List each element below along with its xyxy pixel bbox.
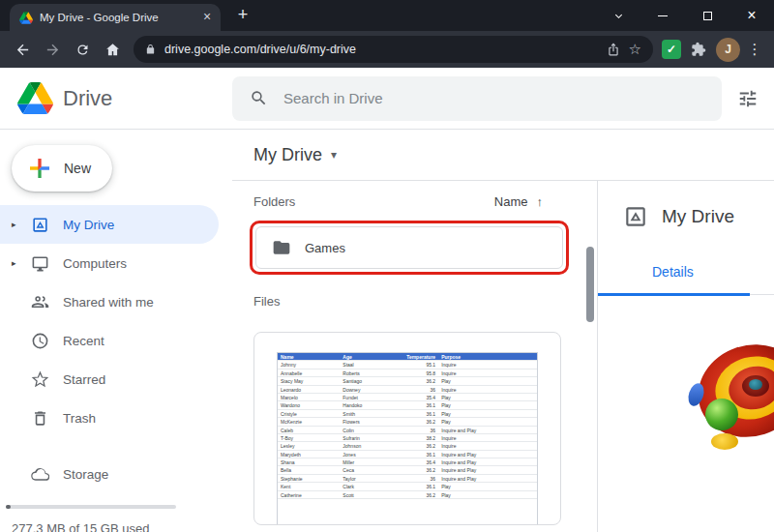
sidebar-item-label: My Drive [63, 218, 114, 232]
bookmark-star-icon[interactable]: ☆ [629, 41, 641, 58]
expand-arrow-icon[interactable]: ▸ [12, 220, 27, 229]
sidebar-item-label: Trash [63, 411, 96, 426]
storage-usage-text: 277.3 MB of 15 GB used [12, 521, 232, 532]
sidebar-item-label: Shared with me [63, 295, 154, 310]
storage-cloud-icon [30, 464, 49, 484]
browser-menu-kebab-icon[interactable]: ⋮ [745, 41, 764, 58]
browser-tabstrip: My Drive - Google Drive × + × [0, 0, 774, 31]
expand-arrow-icon[interactable]: ▸ [12, 258, 27, 268]
sidebar-item-recent[interactable]: Recent [0, 321, 219, 360]
drive-favicon-icon [19, 12, 33, 24]
tab-close-icon[interactable]: × [199, 10, 215, 25]
my-drive-icon [30, 215, 49, 234]
maximize-button[interactable] [685, 0, 729, 31]
new-tab-button[interactable]: + [232, 5, 253, 25]
sidebar-item-label: Starred [63, 372, 105, 387]
new-button[interactable]: New [12, 145, 112, 192]
sidebar-item-label: Recent [63, 334, 104, 348]
share-icon[interactable] [607, 43, 620, 56]
chevron-down-icon[interactable]: ▾ [331, 148, 337, 162]
shared-people-icon [30, 292, 49, 311]
search-options-tune-icon[interactable] [737, 88, 759, 109]
new-plus-icon [25, 154, 54, 183]
browser-toolbar: drive.google.com/drive/u/6/my-drive ☆ ✓ … [0, 31, 774, 68]
search-icon[interactable] [250, 89, 268, 107]
sort-control[interactable]: Name ↑ [494, 194, 543, 209]
drive-sidebar: New ▸ My Drive ▸ Computers [0, 130, 232, 532]
trash-icon [30, 408, 49, 428]
extensions-puzzle-icon[interactable] [686, 37, 711, 62]
address-bar[interactable]: drive.google.com/drive/u/6/my-drive ☆ [134, 36, 653, 63]
profile-avatar[interactable]: J [716, 38, 740, 62]
sort-ascending-arrow-icon[interactable]: ↑ [537, 194, 544, 209]
sidebar-item-shared-with-me[interactable]: Shared with me [0, 282, 219, 321]
sidebar-item-label: Storage [63, 467, 108, 482]
drive-logo-icon [17, 82, 53, 114]
reload-icon[interactable] [70, 37, 95, 62]
site-lock-icon[interactable] [145, 44, 156, 55]
sidebar-item-storage[interactable]: Storage [0, 455, 219, 493]
tab-title: My Drive - Google Drive [40, 12, 193, 23]
storage-progress-fill [6, 505, 11, 509]
recent-clock-icon [30, 331, 49, 350]
breadcrumb-bar: My Drive ▾ [232, 130, 774, 181]
browser-tab[interactable]: My Drive - Google Drive × [10, 4, 221, 31]
close-window-button[interactable]: × [729, 0, 774, 31]
back-icon[interactable] [10, 37, 35, 62]
vertical-scrollbar[interactable] [586, 247, 594, 322]
search-area [232, 76, 774, 121]
file-list-area: Folders Name ↑ Games Files [232, 181, 597, 532]
sort-label[interactable]: Name [494, 194, 528, 209]
new-button-label: New [64, 161, 91, 176]
starred-icon [30, 369, 49, 389]
annotation-highlight: Games [250, 221, 569, 275]
folder-item-games[interactable]: Games [255, 226, 563, 269]
search-bar[interactable] [232, 76, 722, 121]
window-controls: × [596, 0, 774, 31]
my-drive-panel-icon [623, 204, 648, 229]
minimize-button[interactable] [640, 0, 685, 31]
url-text[interactable]: drive.google.com/drive/u/6/my-drive [164, 43, 598, 56]
file-item-spreadsheet[interactable]: NameAgeTemperaturePurposeJohnnyStaal95.1… [253, 332, 561, 525]
file-thumbnail-table: NameAgeTemperaturePurposeJohnnyStaal95.1… [277, 352, 538, 524]
home-icon[interactable] [100, 37, 125, 62]
search-input[interactable] [282, 89, 704, 107]
sidebar-item-starred[interactable]: Starred [0, 360, 219, 399]
sidebar-item-trash[interactable]: Trash [0, 399, 219, 437]
extension-check-icon[interactable]: ✓ [662, 40, 681, 59]
sidebar-item-computers[interactable]: ▸ Computers [0, 244, 219, 282]
folder-name: Games [305, 241, 345, 255]
active-tab-underline [598, 293, 750, 296]
forward-icon[interactable] [40, 37, 65, 62]
page-title[interactable]: My Drive [253, 145, 322, 165]
folders-section-label: Folders [253, 194, 295, 209]
folder-icon [272, 238, 291, 257]
window-menu-chevron-icon[interactable] [596, 0, 640, 31]
storage-progress-bar [6, 505, 176, 509]
sidebar-item-my-drive[interactable]: ▸ My Drive [0, 205, 219, 244]
details-panel: My Drive Details [597, 181, 774, 532]
drive-header: Drive [0, 68, 774, 130]
computers-icon [30, 253, 49, 273]
app-name: Drive [63, 86, 112, 111]
tab-details[interactable]: Details [652, 264, 694, 280]
details-panel-title: My Drive [662, 206, 734, 227]
drive-logo-area[interactable]: Drive [0, 82, 232, 114]
preview-abstract-image [692, 343, 774, 469]
sidebar-item-label: Computers [63, 256, 127, 271]
files-section-label: Files [253, 294, 280, 309]
